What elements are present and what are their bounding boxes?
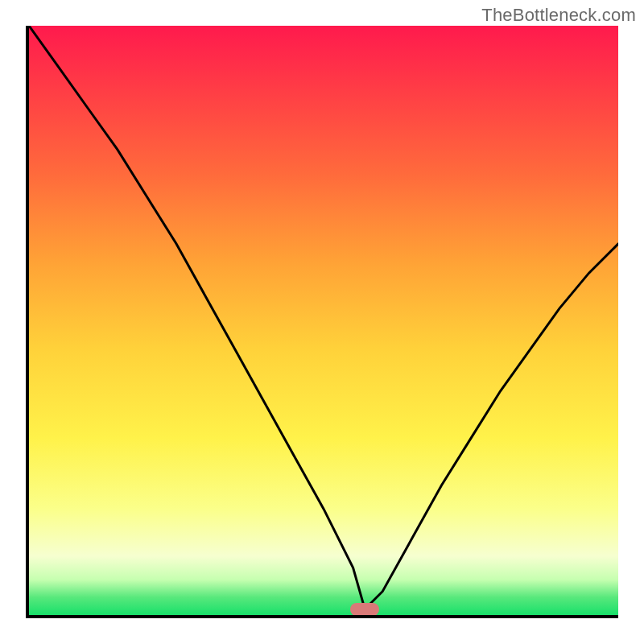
plot-area <box>26 26 618 618</box>
curve-svg <box>29 26 618 615</box>
optimal-marker <box>350 603 379 616</box>
watermark-text: TheBottleneck.com <box>481 5 636 26</box>
bottleneck-chart: TheBottleneck.com <box>0 0 644 644</box>
bottleneck-curve-path <box>29 26 618 609</box>
